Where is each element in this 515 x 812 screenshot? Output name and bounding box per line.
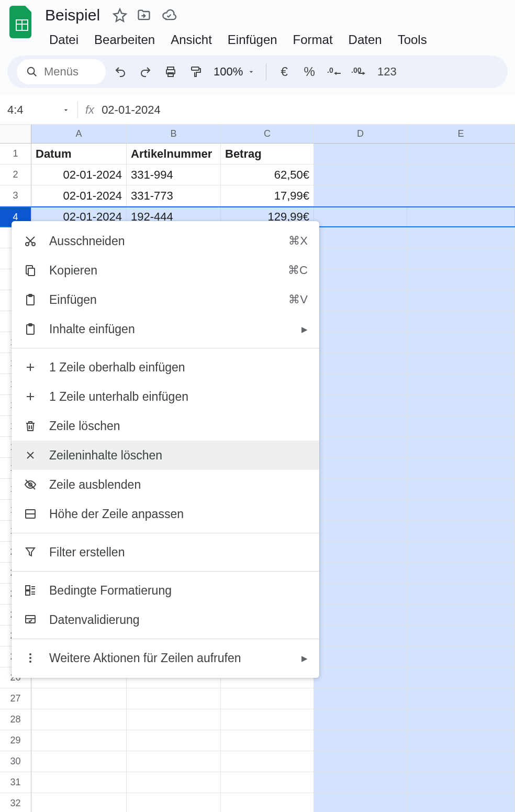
cell[interactable] (407, 185, 515, 206)
cell[interactable] (127, 793, 221, 812)
percent-button[interactable]: % (299, 61, 320, 82)
cell[interactable] (127, 688, 221, 709)
table-row[interactable]: 28 (0, 709, 515, 730)
cell[interactable] (314, 144, 407, 164)
menu-daten[interactable]: Daten (341, 29, 389, 50)
cell[interactable] (407, 227, 515, 248)
table-row[interactable]: 32 (0, 793, 515, 812)
cell[interactable]: Artikelnummer (127, 144, 221, 164)
cell[interactable] (407, 248, 515, 269)
cell[interactable] (127, 772, 221, 793)
move-icon[interactable] (137, 8, 151, 23)
paint-format-button[interactable] (185, 61, 206, 82)
cell[interactable] (407, 311, 515, 332)
cell[interactable] (314, 437, 407, 457)
table-row[interactable]: 2 02-01-2024 331-994 62,50€ (0, 164, 515, 185)
cell[interactable] (314, 479, 407, 499)
name-box[interactable]: 4:4 (0, 103, 77, 117)
col-header-C[interactable]: C (221, 125, 314, 143)
cell[interactable] (314, 207, 407, 226)
cell[interactable] (407, 605, 515, 625)
cell[interactable] (314, 605, 407, 625)
cm-insert-below[interactable]: 1 Zeile unterhalb einfügen (12, 382, 319, 411)
cell[interactable] (407, 416, 515, 436)
cell[interactable] (407, 290, 515, 311)
cell[interactable] (407, 374, 515, 394)
cell[interactable] (314, 269, 407, 290)
col-header-A[interactable]: A (31, 125, 127, 143)
sheets-logo[interactable] (8, 4, 36, 40)
cell[interactable] (407, 667, 515, 688)
cm-create-filter[interactable]: Filter erstellen (12, 537, 319, 567)
cell[interactable] (407, 688, 515, 709)
cell[interactable] (407, 772, 515, 793)
cell[interactable] (407, 207, 515, 226)
menu-bearbeiten[interactable]: Bearbeiten (87, 29, 162, 50)
increase-decimal-button[interactable]: .00 (349, 61, 370, 82)
cell[interactable] (407, 626, 515, 646)
cell[interactable] (314, 458, 407, 478)
cell[interactable]: Datum (31, 144, 127, 164)
cell[interactable] (314, 185, 407, 206)
cm-cut[interactable]: Ausschneiden ⌘X (12, 226, 319, 256)
cell[interactable] (314, 626, 407, 646)
cell[interactable] (407, 730, 515, 751)
cell[interactable] (221, 772, 314, 793)
menu-ansicht[interactable]: Ansicht (163, 29, 219, 50)
cell[interactable] (127, 751, 221, 772)
decrease-decimal-button[interactable]: .0 (324, 61, 345, 82)
cell[interactable] (407, 458, 515, 478)
cell[interactable] (221, 751, 314, 772)
cell[interactable] (407, 395, 515, 415)
cell[interactable] (31, 730, 127, 751)
cell[interactable] (221, 793, 314, 812)
cell[interactable] (314, 688, 407, 709)
cm-copy[interactable]: Kopieren ⌘C (12, 256, 319, 285)
cm-resize-row[interactable]: Höhe der Zeile anpassen (12, 499, 319, 529)
cell[interactable] (31, 772, 127, 793)
select-all-corner[interactable] (0, 125, 31, 143)
cloud-status-icon[interactable] (161, 8, 177, 23)
cell[interactable] (314, 751, 407, 772)
star-icon[interactable] (113, 8, 127, 23)
cell[interactable] (314, 248, 407, 269)
cell[interactable] (31, 688, 127, 709)
cell[interactable] (407, 164, 515, 185)
cell[interactable] (407, 479, 515, 499)
col-header-D[interactable]: D (314, 125, 407, 143)
cm-data-validation[interactable]: Datenvalidierung (12, 605, 319, 634)
cell[interactable] (407, 521, 515, 541)
cell[interactable] (314, 290, 407, 311)
cell[interactable] (314, 730, 407, 751)
table-row[interactable]: 3 02-01-2024 331-773 17,99€ (0, 185, 515, 206)
cell[interactable] (407, 563, 515, 583)
cm-delete-row[interactable]: Zeile löschen (12, 411, 319, 441)
cell[interactable] (314, 227, 407, 248)
col-header-E[interactable]: E (407, 125, 515, 143)
cm-hide-row[interactable]: Zeile ausblenden (12, 470, 319, 499)
cell[interactable] (314, 521, 407, 541)
row-header[interactable]: 2 (0, 164, 31, 185)
cell[interactable] (407, 542, 515, 562)
cell[interactable] (314, 584, 407, 604)
menu-format[interactable]: Format (286, 29, 340, 50)
cell[interactable] (314, 311, 407, 332)
cell[interactable] (314, 416, 407, 436)
cell[interactable] (314, 374, 407, 394)
cell[interactable] (314, 395, 407, 415)
cell[interactable] (407, 500, 515, 520)
document-title[interactable]: Beispiel (42, 4, 103, 26)
zoom-select[interactable]: 100% (210, 65, 259, 79)
cell[interactable] (407, 646, 515, 667)
cell[interactable] (407, 793, 515, 812)
cell[interactable] (407, 353, 515, 374)
cm-paste[interactable]: Einfügen ⌘V (12, 285, 319, 314)
menu-search[interactable] (17, 59, 106, 84)
cell[interactable] (127, 730, 221, 751)
col-header-B[interactable]: B (127, 125, 221, 143)
cell[interactable] (31, 793, 127, 812)
cell[interactable]: 02-01-2024 (31, 164, 127, 185)
currency-button[interactable]: € (274, 61, 295, 82)
cell[interactable] (314, 772, 407, 793)
cell[interactable]: 331-994 (127, 164, 221, 185)
